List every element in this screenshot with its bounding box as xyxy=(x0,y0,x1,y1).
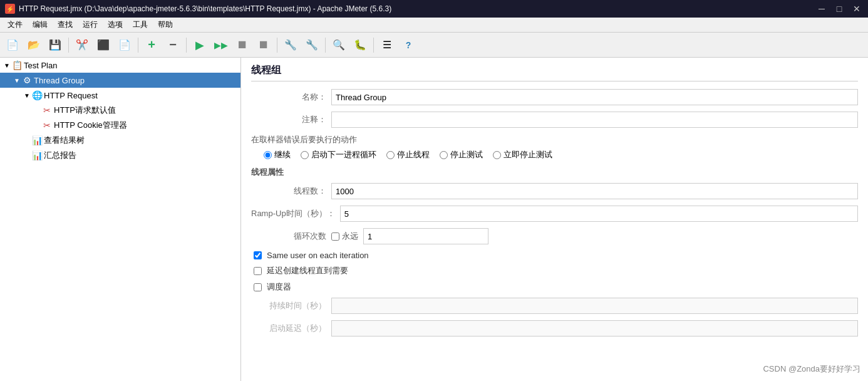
toolbar-cut[interactable]: ✂️ xyxy=(72,35,92,55)
radio-continue[interactable]: 继续 xyxy=(264,149,291,160)
toolbar-open[interactable]: 📂 xyxy=(24,35,44,55)
menu-help[interactable]: 帮助 xyxy=(153,18,178,32)
main-layout: ▼ 📋 Test Plan ▼ ⚙ Thread Group ▼ 🌐 HTTP … xyxy=(0,58,868,381)
sidebar-label-http-request: HTTP Request xyxy=(44,91,98,100)
radio-stop-test-now-input[interactable] xyxy=(493,151,501,159)
name-input[interactable] xyxy=(331,89,858,105)
menu-search[interactable]: 查找 xyxy=(53,18,78,32)
delay-create-checkbox[interactable] xyxy=(254,267,262,275)
content-area: 线程组 名称： 注释： 在取样器错误后要执行的动作 继续 xyxy=(241,58,868,381)
toolbar-clear[interactable]: 🔧 xyxy=(281,35,301,55)
comment-label: 注释： xyxy=(251,114,326,125)
clear-icon: 🔧 xyxy=(284,39,297,51)
radio-stop-test-input[interactable] xyxy=(440,151,448,159)
scheduler-checkbox[interactable] xyxy=(254,283,262,291)
stop-icon: ⏹ xyxy=(237,38,248,51)
radio-continue-label: 继续 xyxy=(274,149,291,160)
same-user-label: Same user on each iteration xyxy=(267,251,369,260)
toolbar-find[interactable]: 🔍 xyxy=(329,35,349,55)
loop-forever-label: 永远 xyxy=(342,231,358,242)
sidebar-item-http-defaults[interactable]: ✂ HTTP请求默认值 xyxy=(0,103,240,118)
thread-props-title: 线程属性 xyxy=(251,167,858,178)
radio-stop-test-now-label: 立即停止测试 xyxy=(504,149,552,160)
toolbar-paste[interactable]: 📄 xyxy=(115,35,135,55)
view-tree-icon: 📊 xyxy=(31,135,43,146)
toolbar-sep-4 xyxy=(277,38,277,53)
arrow-thread-group: ▼ xyxy=(13,76,21,85)
radio-stop-thread-label: 停止线程 xyxy=(397,149,430,160)
toolbar-help[interactable]: ? xyxy=(398,35,418,55)
toolbar-sep-1 xyxy=(68,38,69,53)
maximize-button[interactable]: □ xyxy=(833,3,845,14)
toolbar-save[interactable]: 💾 xyxy=(45,35,65,55)
http-defaults-icon: ✂ xyxy=(41,105,53,116)
sidebar-label-http-defaults: HTTP请求默认值 xyxy=(54,105,116,116)
menu-tools[interactable]: 工具 xyxy=(128,18,153,32)
same-user-checkbox[interactable] xyxy=(254,251,262,259)
duration-row: 持续时间（秒） xyxy=(251,298,858,314)
loop-forever-checkbox-container: 永远 xyxy=(331,231,358,242)
startup-delay-input[interactable] xyxy=(331,320,858,337)
radio-stop-thread[interactable]: 停止线程 xyxy=(386,149,430,160)
sidebar-item-test-plan[interactable]: ▼ 📋 Test Plan xyxy=(0,58,240,73)
sidebar-label-view-tree: 查看结果树 xyxy=(44,135,85,146)
radio-start-next-input[interactable] xyxy=(301,151,309,159)
watermark: CSDN @Zonda要好好学习 xyxy=(763,363,860,375)
same-user-row: Same user on each iteration xyxy=(251,251,858,260)
sidebar-item-summary[interactable]: 📊 汇总报告 xyxy=(0,148,240,163)
thread-count-input[interactable] xyxy=(331,183,858,199)
menu-run[interactable]: 运行 xyxy=(78,18,103,32)
save-icon: 💾 xyxy=(49,39,61,51)
title-bar: ⚡ HTTP Request.jmx (D:\Java\dep\apache-j… xyxy=(0,0,868,18)
toolbar-run[interactable]: ▶ xyxy=(190,35,210,55)
toolbar-sep-6 xyxy=(373,38,374,53)
close-button[interactable]: ✕ xyxy=(850,3,863,14)
toolbar-debug[interactable]: 🐛 xyxy=(350,35,370,55)
loop-input[interactable] xyxy=(363,228,488,244)
toolbar-stop[interactable]: ⏹ xyxy=(232,35,252,55)
menu-edit[interactable]: 编辑 xyxy=(28,18,53,32)
http-request-icon: 🌐 xyxy=(31,90,43,101)
radio-stop-test[interactable]: 停止测试 xyxy=(440,149,483,160)
radio-continue-input[interactable] xyxy=(264,151,272,159)
arrow-test-plan: ▼ xyxy=(3,61,11,70)
radio-start-next[interactable]: 启动下一进程循环 xyxy=(301,149,376,160)
toolbar-add[interactable]: + xyxy=(142,35,162,55)
thread-count-row: 线程数： xyxy=(251,183,858,199)
minimize-button[interactable]: ─ xyxy=(815,3,828,14)
summary-icon: 📊 xyxy=(31,150,43,161)
sidebar-item-thread-group[interactable]: ▼ ⚙ Thread Group xyxy=(0,73,240,88)
toolbar-list[interactable]: ☰ xyxy=(377,35,397,55)
cut-icon: ✂️ xyxy=(76,39,88,51)
menu-file[interactable]: 文件 xyxy=(3,18,28,32)
toolbar-stop-all[interactable]: ⏹ xyxy=(254,35,274,55)
sidebar-item-http-request[interactable]: ▼ 🌐 HTTP Request xyxy=(0,88,240,103)
arrow-view-tree xyxy=(23,136,31,145)
toolbar-new[interactable]: 📄 xyxy=(3,35,23,55)
loop-forever-checkbox[interactable] xyxy=(331,232,339,241)
sidebar-label-test-plan: Test Plan xyxy=(24,61,57,70)
sidebar-label-http-cookie: HTTP Cookie管理器 xyxy=(54,120,127,131)
comment-input[interactable] xyxy=(331,112,858,128)
toolbar-copy[interactable]: ⬛ xyxy=(93,35,113,55)
sidebar-item-http-cookie[interactable]: ✂ HTTP Cookie管理器 xyxy=(0,118,240,133)
thread-group-icon: ⚙ xyxy=(21,75,33,86)
arrow-http-cookie xyxy=(33,121,41,130)
help-icon: ? xyxy=(406,40,411,50)
rampup-row: Ramp-Up时间（秒）： xyxy=(251,206,858,222)
paste-icon: 📄 xyxy=(118,39,131,51)
toolbar-run-remote[interactable]: ▶▶ xyxy=(211,35,231,55)
name-label: 名称： xyxy=(251,91,326,103)
thread-count-label: 线程数： xyxy=(251,185,326,197)
duration-input[interactable] xyxy=(331,298,858,314)
error-action-row: 继续 启动下一进程循环 停止线程 停止测试 xyxy=(251,149,858,160)
toolbar-remove[interactable]: − xyxy=(163,35,183,55)
remove-icon: − xyxy=(169,38,177,52)
menu-options[interactable]: 选项 xyxy=(103,18,128,32)
rampup-input[interactable] xyxy=(340,206,858,222)
error-action-radio-group: 继续 启动下一进程循环 停止线程 停止测试 xyxy=(264,149,552,160)
sidebar-item-view-tree[interactable]: 📊 查看结果树 xyxy=(0,133,240,148)
radio-stop-test-now[interactable]: 立即停止测试 xyxy=(493,149,552,160)
toolbar-clear-all[interactable]: 🔧 xyxy=(302,35,322,55)
radio-stop-thread-input[interactable] xyxy=(386,151,395,159)
